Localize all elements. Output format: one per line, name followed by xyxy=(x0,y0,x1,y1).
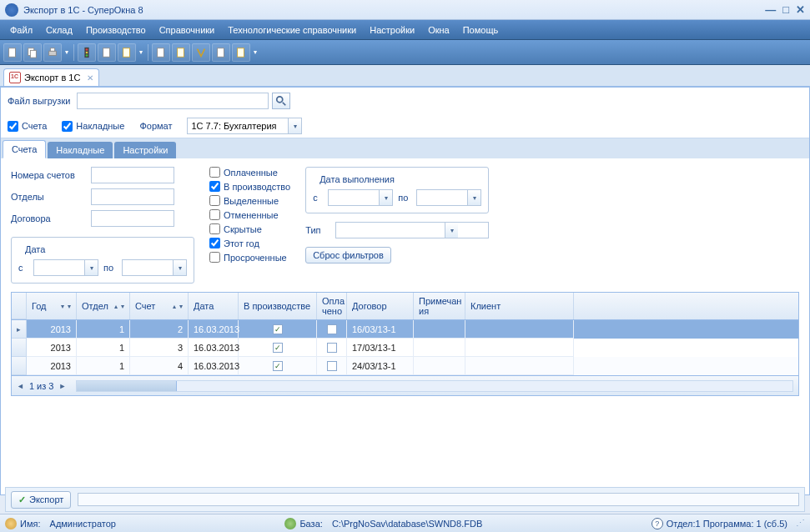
chk-hidden[interactable]: Скрытые xyxy=(209,223,290,234)
menu-tech-catalog[interactable]: Технологические справочники xyxy=(221,22,363,38)
table-row[interactable]: ▸20131216.03.201316/03/13-1 xyxy=(12,320,798,339)
exec-from-input[interactable]: ▾ xyxy=(328,189,393,206)
chevron-down-icon[interactable]: ▾ xyxy=(445,223,458,238)
chk-inprod[interactable]: В производство xyxy=(209,181,290,192)
checkbox-invoices[interactable]: Накладные xyxy=(62,121,124,132)
col-inprod[interactable]: В производстве xyxy=(239,293,317,319)
col-client[interactable]: Клиент xyxy=(465,293,574,319)
resize-grip-icon[interactable]: ⋰ xyxy=(796,518,805,529)
nav-next-icon[interactable]: ► xyxy=(58,382,66,390)
cell-inprod[interactable] xyxy=(239,320,317,339)
doc-tab-export1c[interactable]: Экспорт в 1С ✕ xyxy=(3,68,99,86)
h-scrollbar[interactable] xyxy=(76,380,793,392)
tool-b-icon[interactable] xyxy=(172,43,190,62)
menu-settings[interactable]: Настройки xyxy=(363,22,421,38)
cell-inprod[interactable] xyxy=(239,357,317,375)
tool-doc1-icon[interactable] xyxy=(98,43,116,62)
date-from-input[interactable]: ▾ xyxy=(33,259,98,276)
table-row[interactable]: 20131316.03.201317/03/13-1 xyxy=(12,339,798,357)
tool-c-icon[interactable] xyxy=(192,43,210,62)
reset-filters-button[interactable]: Сброс фильтров xyxy=(305,247,391,263)
cell-inprod[interactable] xyxy=(239,339,317,357)
chevron-down-icon[interactable]: ▾ xyxy=(288,118,301,133)
menu-help[interactable]: Помощь xyxy=(456,22,506,38)
col-acct[interactable]: Счет▴▾ xyxy=(130,293,189,319)
cell-note xyxy=(414,339,465,357)
tool-traffic-icon[interactable] xyxy=(78,43,96,62)
menu-windows[interactable]: Окна xyxy=(421,22,456,38)
tab-accounts[interactable]: Счета xyxy=(3,140,46,158)
cell-year: 2013 xyxy=(27,320,77,339)
nav-prev-icon[interactable]: ◄ xyxy=(17,382,24,390)
depts-input[interactable] xyxy=(91,188,174,205)
chevron-down-icon[interactable]: ▾ xyxy=(467,190,480,205)
contracts-input[interactable] xyxy=(91,210,174,227)
export-button[interactable]: Экспорт xyxy=(11,491,71,509)
table-row[interactable]: 20131416.03.201324/03/13-1 xyxy=(12,357,798,375)
svg-line-16 xyxy=(283,103,286,106)
cell-paid[interactable] xyxy=(317,339,347,357)
col-paid[interactable]: Опла чено xyxy=(317,293,347,319)
tool-a-icon[interactable] xyxy=(152,43,170,62)
col-date[interactable]: Дата xyxy=(189,293,239,319)
col-note[interactable]: Примечан ия xyxy=(414,293,465,319)
cell-contract: 24/03/13-1 xyxy=(347,357,414,375)
chevron-down-icon[interactable]: ▾ xyxy=(173,260,186,275)
tool-print-icon[interactable] xyxy=(43,43,62,62)
cell-paid[interactable] xyxy=(317,320,347,339)
status-bar: Имя: Администратор База: C:\PrgNoSav\dat… xyxy=(0,514,810,532)
doc-tab-label: Экспорт в 1С xyxy=(24,73,80,83)
tool-copy-icon[interactable] xyxy=(23,43,42,62)
chk-cancelled[interactable]: Отмененные xyxy=(209,209,290,220)
acctnums-input[interactable] xyxy=(91,167,174,183)
cell-date: 16.03.2013 xyxy=(189,320,239,339)
cell-note xyxy=(414,320,465,339)
file-input[interactable] xyxy=(77,93,269,109)
cell-dept: 1 xyxy=(77,320,130,339)
browse-button[interactable] xyxy=(272,93,290,109)
tool-dropdown2-icon[interactable]: ▾ xyxy=(138,43,144,62)
tool-dropdown-icon[interactable]: ▾ xyxy=(63,43,70,62)
minimize-button[interactable]: — xyxy=(765,3,776,16)
scrollbar-thumb[interactable] xyxy=(77,381,177,391)
menu-file[interactable]: Файл xyxy=(3,22,39,38)
close-button[interactable]: ✕ xyxy=(796,3,805,16)
chevron-down-icon[interactable]: ▾ xyxy=(379,190,392,205)
date-to-input[interactable]: ▾ xyxy=(122,259,187,276)
exec-to-input[interactable]: ▾ xyxy=(416,189,481,206)
svg-rect-2 xyxy=(30,50,36,58)
chk-selected[interactable]: Выделенные xyxy=(209,195,290,206)
menu-catalog[interactable]: Справочники xyxy=(153,22,222,38)
status-right: ? Отдел:1 Программа: 1 (сб.5) xyxy=(652,518,787,529)
svg-rect-13 xyxy=(218,48,224,57)
cell-year: 2013 xyxy=(27,357,77,375)
type-select[interactable]: ▾ xyxy=(335,222,489,238)
col-dept[interactable]: Отдел▴▾ xyxy=(77,293,130,319)
menu-production[interactable]: Производство xyxy=(79,22,153,38)
chk-paid[interactable]: Оплаченные xyxy=(209,167,290,178)
menu-warehouse[interactable]: Склад xyxy=(39,22,79,38)
format-select[interactable]: ▾ xyxy=(187,118,302,134)
search-icon xyxy=(275,95,287,107)
app-icon xyxy=(5,3,18,17)
col-year[interactable]: Год▾▾ xyxy=(27,293,77,319)
tool-dropdown3-icon[interactable]: ▾ xyxy=(252,43,259,62)
tool-doc2-icon[interactable] xyxy=(118,43,136,62)
tool-e-icon[interactable] xyxy=(232,43,250,62)
tool-new-icon[interactable] xyxy=(3,43,22,62)
col-contract[interactable]: Договор xyxy=(347,293,414,319)
chk-overdue[interactable]: Просроченные xyxy=(209,252,290,263)
doc-tab-close-icon[interactable]: ✕ xyxy=(87,73,93,83)
chevron-down-icon[interactable]: ▾ xyxy=(84,260,98,275)
cell-contract: 17/03/13-1 xyxy=(347,339,414,357)
svg-rect-11 xyxy=(158,48,164,57)
grid-corner xyxy=(12,293,27,319)
chk-thisyear[interactable]: Этот год xyxy=(209,238,290,248)
checkbox-accounts[interactable]: Счета xyxy=(8,121,47,132)
cell-paid[interactable] xyxy=(317,357,347,375)
tab-invoices[interactable]: Накладные xyxy=(48,142,113,158)
maximize-button[interactable]: □ xyxy=(782,3,789,16)
tab-settings[interactable]: Настройки xyxy=(114,142,176,158)
icon-1c xyxy=(9,72,21,83)
tool-d-icon[interactable] xyxy=(212,43,230,62)
